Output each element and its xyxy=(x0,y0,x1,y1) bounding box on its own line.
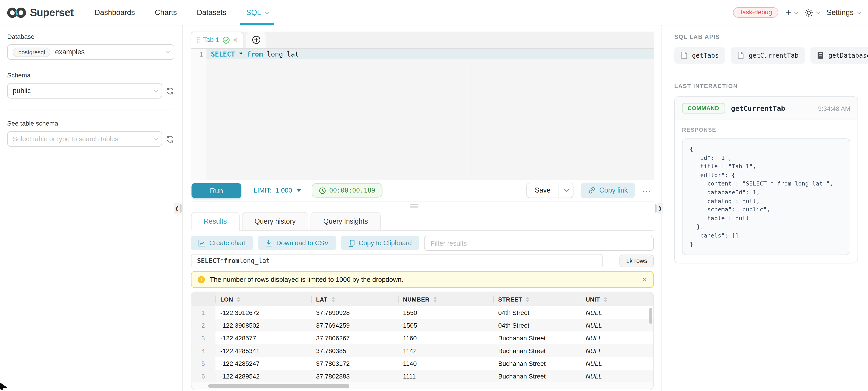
json-line: "catalog": null, xyxy=(690,197,843,205)
warning-icon: ! xyxy=(197,276,205,283)
copy-clipboard-button[interactable]: Copy to Clipboard xyxy=(341,236,419,250)
print-margin-line xyxy=(472,49,472,181)
table-row: 1 -122.3912672 37.7690928 1550 04th Stre… xyxy=(191,306,653,319)
limit-dropdown[interactable]: LIMIT: 1 000 xyxy=(253,187,301,194)
sql-code-editor[interactable]: 1 SELECT * from long_lat xyxy=(191,48,654,180)
tab-query-insights[interactable]: Query Insights xyxy=(311,212,381,231)
drag-handle-icon xyxy=(196,37,199,43)
interaction-card-body: RESPONSE { "id": "1", "title": "Tab 1", … xyxy=(675,120,857,263)
grid-header-row: LON LAT NUMBER STREET UNIT xyxy=(191,292,653,306)
row-limit-warning: ! The number of rows displayed is limite… xyxy=(191,271,654,288)
collapse-api-panel-button[interactable]: ❯ xyxy=(657,202,663,214)
refresh-tables-icon[interactable] xyxy=(166,135,175,143)
chevron-down-icon xyxy=(794,9,799,14)
create-chart-button[interactable]: Create chart xyxy=(191,236,253,250)
panel-split-handle[interactable] xyxy=(410,204,418,209)
response-json-box: { "id": "1", "title": "Tab 1", "editor":… xyxy=(682,138,850,255)
add-tab-button[interactable] xyxy=(246,32,267,48)
json-line: { xyxy=(690,145,843,154)
settings-menu[interactable]: Settings xyxy=(827,8,860,17)
schema-value: public xyxy=(13,87,31,95)
api-panel-resize-handle[interactable] xyxy=(655,204,657,213)
close-tab-icon[interactable]: ✕ xyxy=(233,37,238,43)
results-tabbar: Results Query history Query Insights xyxy=(191,212,654,231)
chart-icon xyxy=(198,239,206,247)
json-line: } xyxy=(690,240,843,249)
refresh-schema-icon[interactable] xyxy=(166,87,175,95)
download-csv-button[interactable]: Download to CSV xyxy=(258,236,336,250)
nav-datasets[interactable]: Datasets xyxy=(197,0,226,25)
chevron-down-icon xyxy=(816,9,821,14)
tab-title: Tab 1 xyxy=(203,36,219,43)
get-current-tab-button[interactable]: getCurrentTab xyxy=(731,47,805,64)
column-header-unit[interactable]: UNIT xyxy=(581,292,653,306)
horizontal-scrollbar[interactable] xyxy=(191,382,653,389)
column-header-number[interactable]: NUMBER xyxy=(398,292,493,306)
table-select-placeholder: Select table or type to search tables xyxy=(13,135,118,143)
run-button[interactable]: Run xyxy=(191,183,241,198)
sql-lab-sidebar: Database postgresql examples Schema publ… xyxy=(0,26,183,391)
theme-menu[interactable] xyxy=(804,8,819,17)
editor-gutter xyxy=(191,49,207,181)
query-preview: SELECT * from long_lat xyxy=(191,254,603,267)
copy-link-button[interactable]: Copy link xyxy=(581,183,635,198)
sort-icon xyxy=(237,296,240,302)
collapse-sidebar-button[interactable]: ❮ xyxy=(174,202,180,214)
nav-dashboards[interactable]: Dashboards xyxy=(95,0,135,25)
sidebar-divider xyxy=(7,110,175,110)
api-buttons: getTabs getCurrentTab xyxy=(674,47,860,64)
sort-icon xyxy=(433,296,437,302)
more-actions-button[interactable]: ··· xyxy=(642,186,652,195)
tab-results[interactable]: Results xyxy=(191,212,240,231)
dismiss-warning-icon[interactable]: ✕ xyxy=(642,276,647,283)
sidebar-divider xyxy=(7,158,175,158)
nav-sql[interactable]: SQL xyxy=(246,0,268,25)
warning-text: The number of rows displayed is limited … xyxy=(210,275,403,283)
sql-lab-api-panel: SQL LAB APIS getTabs getC xyxy=(661,26,868,391)
command-name: getCurrentTab xyxy=(731,104,785,112)
json-line: "id": "1", xyxy=(690,154,843,162)
column-header-lat[interactable]: LAT xyxy=(311,292,398,306)
header-gutter xyxy=(191,292,215,306)
sort-icon xyxy=(604,296,607,302)
brand-name: Superset xyxy=(30,6,73,19)
new-item-menu[interactable]: + xyxy=(785,7,797,18)
header-right: flask-debug + Settings xyxy=(733,7,860,18)
db-engine-tag: postgresql xyxy=(13,47,51,57)
sql-code-line: SELECT * from long_lat xyxy=(211,51,299,58)
environment-badge: flask-debug xyxy=(733,7,778,18)
cabinet-icon-button[interactable]: getDatabases xyxy=(811,47,868,64)
sort-icon xyxy=(331,296,335,302)
chevron-down-icon xyxy=(265,9,269,14)
json-line: "schema": "public", xyxy=(690,205,843,214)
table-select[interactable]: Select table or type to search tables xyxy=(7,131,162,147)
cabinet-icon xyxy=(817,52,824,59)
query-preview-row: SELECT * from long_lat 1k rows xyxy=(191,254,654,267)
save-button[interactable]: Save xyxy=(527,183,558,198)
editor-toolbar: Run LIMIT: 1 000 00:00:00.189 Save xyxy=(191,180,654,201)
sidebar-resize-handle[interactable] xyxy=(180,204,182,213)
get-tabs-button[interactable]: getTabs xyxy=(674,47,725,64)
column-header-lon[interactable]: LON xyxy=(215,292,311,306)
column-header-street[interactable]: STREET xyxy=(493,292,581,306)
json-line: "editor": { xyxy=(690,171,843,180)
horizontal-scrollbar-thumb[interactable] xyxy=(208,384,349,388)
superset-logo[interactable]: Superset xyxy=(7,6,73,19)
database-select[interactable]: postgresql examples xyxy=(7,44,175,60)
table-row: 2 -122.3908502 37.7694259 1505 04th Stre… xyxy=(191,319,653,331)
document-icon xyxy=(738,52,744,59)
sql-editor-panel: Tab 1 ✕ 1 SELECT xyxy=(183,26,661,391)
editor-tab-1[interactable]: Tab 1 ✕ xyxy=(191,32,243,48)
tab-query-history[interactable]: Query history xyxy=(242,212,308,231)
nav-charts[interactable]: Charts xyxy=(155,0,177,25)
filter-results-input[interactable] xyxy=(424,236,654,251)
schema-select[interactable]: public xyxy=(7,83,162,99)
save-options-caret[interactable] xyxy=(558,183,572,198)
table-schema-label: See table schema xyxy=(7,120,175,127)
query-timer: 00:00:00.189 xyxy=(312,183,382,198)
interaction-timestamp: 9:34:48 AM xyxy=(818,105,850,111)
json-line: "content": "SELECT * from long_lat ", xyxy=(690,180,843,188)
main-nav: Dashboards Charts Datasets SQL xyxy=(95,0,268,25)
results-grid: LON LAT NUMBER STREET UNIT 1 -122.391267… xyxy=(191,292,654,390)
vertical-scrollbar-thumb[interactable] xyxy=(649,308,652,324)
